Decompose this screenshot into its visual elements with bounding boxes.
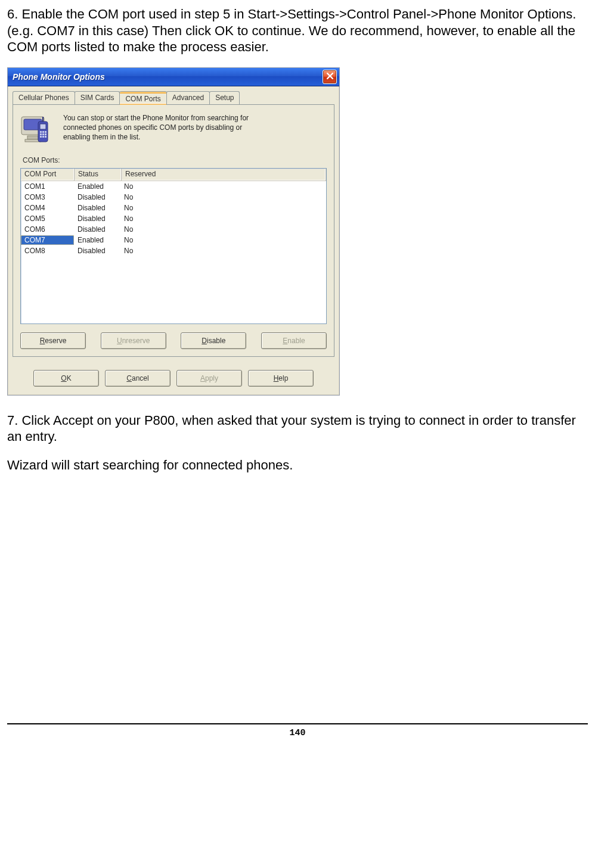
column-header-reserved[interactable]: Reserved [122, 169, 326, 181]
dialog-titlebar: Phone Monitor Options [8, 68, 339, 86]
tab-setup[interactable]: Setup [209, 91, 240, 104]
com-ports-label: COM Ports: [23, 156, 327, 164]
cell-port: COM5 [21, 214, 74, 223]
cell-port: COM4 [21, 204, 74, 212]
svg-rect-9 [40, 133, 42, 135]
cell-status: Enabled [74, 182, 120, 191]
cell-reserved: No [120, 236, 326, 244]
phone-monitor-options-dialog: Phone Monitor Options Cellular PhonesSIM… [7, 67, 340, 396]
dialog-tabs: Cellular PhonesSIM CardsCOM PortsAdvance… [8, 86, 339, 104]
column-header-comport[interactable]: COM Port [21, 169, 75, 181]
cell-port: COM3 [21, 193, 74, 201]
table-row[interactable]: COM7EnabledNo [21, 235, 326, 245]
paragraph-wizard: Wizard will start searching for connecte… [7, 457, 588, 474]
paragraph-step-7: 7. Click Accept on your P800, when asked… [7, 412, 588, 445]
svg-rect-12 [40, 136, 42, 138]
table-row[interactable]: COM8DisabledNo [21, 245, 326, 256]
cell-status: Disabled [74, 214, 120, 223]
cell-reserved: No [120, 214, 326, 223]
paragraph-step-6: 6. Enable the COM port used in step 5 in… [7, 6, 588, 55]
dialog-bottom-buttons: OKCancelApplyHelp [8, 362, 339, 395]
com-ports-listview[interactable]: COM Port Status Reserved COM1EnabledNoCO… [20, 168, 327, 324]
disable-button[interactable]: Disable [181, 332, 246, 349]
cell-status: Enabled [74, 236, 120, 244]
ok-button[interactable]: OK [33, 370, 99, 387]
cell-status: Disabled [74, 247, 120, 255]
enable-button: Enable [261, 332, 327, 349]
unreserve-button: Unreserve [101, 332, 166, 349]
close-icon [327, 73, 333, 81]
dialog-title: Phone Monitor Options [13, 72, 105, 82]
svg-rect-2 [27, 136, 38, 139]
cell-reserved: No [120, 193, 326, 201]
phone-monitor-icon [20, 113, 54, 145]
table-row[interactable]: COM5DisabledNo [21, 213, 326, 224]
svg-rect-7 [42, 131, 44, 133]
com-ports-tabpanel: You can stop or start the Phone Monitor … [13, 104, 334, 357]
tab-intro-text: You can stop or start the Phone Monitor … [63, 113, 260, 142]
svg-rect-6 [40, 131, 42, 133]
tab-com-ports[interactable]: COM Ports [119, 91, 166, 105]
tab-cellular-phones[interactable]: Cellular Phones [13, 91, 75, 104]
cell-port: COM1 [21, 182, 74, 191]
apply-button: Apply [176, 370, 242, 387]
cell-reserved: No [120, 182, 326, 191]
reserve-button[interactable]: Reserve [20, 332, 86, 349]
table-row[interactable]: COM6DisabledNo [21, 224, 326, 235]
cell-port: COM7 [21, 235, 74, 245]
svg-rect-14 [45, 136, 47, 138]
cell-reserved: No [120, 247, 326, 255]
cell-status: Disabled [74, 204, 120, 212]
footer-rule [7, 723, 588, 724]
table-row[interactable]: COM4DisabledNo [21, 203, 326, 213]
table-row[interactable]: COM1EnabledNo [21, 181, 326, 192]
cell-status: Disabled [74, 225, 120, 234]
listview-header[interactable]: COM Port Status Reserved [21, 169, 326, 181]
svg-rect-8 [45, 131, 47, 133]
tab-sim-cards[interactable]: SIM Cards [75, 91, 120, 104]
help-button[interactable]: Help [248, 370, 314, 387]
cell-reserved: No [120, 225, 326, 234]
column-header-status[interactable]: Status [75, 169, 122, 181]
svg-rect-13 [42, 136, 44, 138]
cell-status: Disabled [74, 193, 120, 201]
cancel-button[interactable]: Cancel [105, 370, 171, 387]
listview-body: COM1EnabledNoCOM3DisabledNoCOM4DisabledN… [21, 181, 326, 256]
cell-port: COM6 [21, 225, 74, 234]
tab-advanced[interactable]: Advanced [166, 91, 210, 104]
svg-rect-11 [45, 133, 47, 135]
page-number: 140 [7, 728, 588, 738]
close-button[interactable] [323, 70, 337, 84]
cell-port: COM8 [21, 247, 74, 255]
table-row[interactable]: COM3DisabledNo [21, 192, 326, 203]
cell-reserved: No [120, 204, 326, 212]
svg-rect-5 [40, 124, 46, 129]
port-action-buttons: ReserveUnreserveDisableEnable [20, 332, 327, 349]
svg-rect-10 [42, 133, 44, 135]
